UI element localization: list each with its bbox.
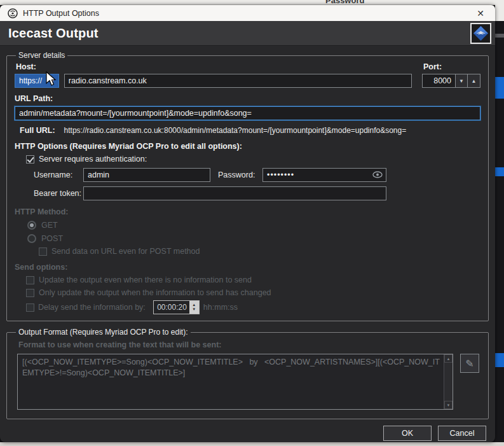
get-radio[interactable] <box>27 221 36 230</box>
host-label: Host: <box>16 62 412 71</box>
http-options-label: HTTP Options (Requires Myriad OCP Pro to… <box>15 142 480 151</box>
ok-button[interactable]: OK <box>383 426 432 441</box>
send-data-on-url-label: Send data on URL even for POST method <box>51 247 200 256</box>
post-radio-label: POST <box>41 234 63 243</box>
output-format-group: Output Format (Requires Myriad OCP Pro t… <box>6 328 489 419</box>
scroll-down-icon[interactable]: ▼ <box>444 401 453 409</box>
output-format-legend: Output Format (Requires Myriad OCP Pro t… <box>16 328 191 337</box>
password-input[interactable] <box>262 168 386 182</box>
update-changed-label: Only update the output when the informat… <box>39 288 271 297</box>
app-icon <box>8 8 18 18</box>
host-input-row: https:// ▼ <box>15 74 412 88</box>
password-field-wrap <box>262 168 386 182</box>
chevron-down-icon: ▼ <box>50 78 55 84</box>
post-url-checkbox-row: Send data on URL even for POST method <box>39 247 480 256</box>
dialog-header: Icecast Output <box>0 21 495 46</box>
delay-spinner: 00:00:20 ▲ ▼ <box>153 300 200 314</box>
scroll-up-icon[interactable]: ▲ <box>444 354 453 363</box>
update-always-checkbox[interactable] <box>26 276 34 284</box>
send-data-on-url-checkbox[interactable] <box>39 247 47 256</box>
port-increment-icon[interactable]: ▲ <box>468 74 480 88</box>
post-radio[interactable] <box>27 234 36 243</box>
get-radio-label: GET <box>41 221 58 230</box>
port-column: Port: ▼ ▲ <box>422 61 480 88</box>
delay-label: Delay send the information by: <box>38 303 146 312</box>
delay-row: Delay send the information by: 00:00:20 … <box>26 300 480 314</box>
close-icon[interactable]: ✕ <box>471 5 490 21</box>
get-radio-row: GET <box>27 221 480 230</box>
http-method-label: HTTP Method: <box>15 207 480 216</box>
format-textarea[interactable]: [(<OCP_NOW_ITEMTYPE>=Song)<OCP_NOW_ITEMT… <box>17 354 453 410</box>
port-decrement-icon[interactable]: ▼ <box>455 74 468 88</box>
server-details-legend: Server details <box>16 51 67 60</box>
eye-icon[interactable] <box>372 171 383 179</box>
http-output-options-dialog: HTTP Output Options ✕ Icecast Output Ser… <box>0 5 495 442</box>
delay-unit-label: hh:mm:ss <box>203 303 238 312</box>
bearer-row: Bearer token: <box>34 186 480 200</box>
pencil-icon: ✎ <box>465 358 473 370</box>
window-title: HTTP Output Options <box>23 9 99 18</box>
background-window-strip: Password <box>0 0 504 5</box>
delay-value[interactable]: 00:00:20 <box>154 303 189 312</box>
auth-checkbox-label: Server requires authentication: <box>39 155 147 164</box>
myriad-logo-icon <box>470 23 491 44</box>
protocol-value: https:// <box>19 76 42 85</box>
background-right-strip <box>495 21 504 442</box>
format-row: [(<OCP_NOW_ITEMTYPE>=Song)<OCP_NOW_ITEMT… <box>15 354 480 414</box>
credentials-row: Username: Password: <box>34 168 480 182</box>
format-text: [(<OCP_NOW_ITEMTYPE>=Song)<OCP_NOW_ITEMT… <box>22 357 442 407</box>
background-bottom-strip <box>0 442 504 446</box>
dialog-footer: OK Cancel <box>6 419 489 441</box>
cancel-button[interactable]: Cancel <box>438 426 486 441</box>
password-label: Password: <box>218 171 262 179</box>
bearer-token-label: Bearer token: <box>34 189 83 198</box>
update-always-label: Update the output even when there is no … <box>39 275 252 284</box>
auth-checkbox[interactable] <box>26 155 34 164</box>
port-input-row: ▼ ▲ <box>422 74 480 88</box>
title-bar: HTTP Output Options ✕ <box>0 5 495 21</box>
background-segment <box>495 353 504 367</box>
protocol-dropdown[interactable]: https:// ▼ <box>15 74 59 88</box>
username-label: Username: <box>34 171 83 179</box>
full-url-row: Full URL: https://radio.canstream.co.uk:… <box>20 126 480 135</box>
background-password-label: Password <box>325 0 364 5</box>
background-segment <box>495 34 504 38</box>
format-scrollbar[interactable]: ▲ ▼ <box>444 354 453 409</box>
full-url-value: https://radio.canstream.co.uk:8000/admin… <box>64 126 407 135</box>
bearer-token-input[interactable] <box>83 186 386 200</box>
background-segment <box>495 167 504 176</box>
delay-spin-buttons[interactable]: ▲ ▼ <box>189 301 199 314</box>
delay-down-icon: ▼ <box>192 307 196 312</box>
host-port-row: Host: https:// ▼ Port: ▼ ▲ <box>15 61 480 88</box>
page-title: Icecast Output <box>8 26 99 41</box>
send-options-label: Send options: <box>15 263 480 272</box>
update-changed-row: Only update the output when the informat… <box>26 288 480 297</box>
host-input[interactable] <box>64 74 412 88</box>
background-segment <box>495 77 504 99</box>
dialog-body: Server details Host: https:// ▼ Port: <box>0 46 495 442</box>
format-caption: Format to use when creating the text tha… <box>18 340 480 349</box>
url-path-input[interactable] <box>15 106 480 120</box>
background-top-right <box>495 0 504 21</box>
username-input[interactable] <box>83 168 210 182</box>
post-radio-row: POST <box>27 234 480 243</box>
delay-checkbox[interactable] <box>26 303 34 312</box>
update-always-row: Update the output even when there is no … <box>26 275 480 284</box>
port-input[interactable] <box>422 74 455 88</box>
url-path-label: URL Path: <box>15 94 480 103</box>
server-details-group: Server details Host: https:// ▼ Port: <box>6 51 489 321</box>
delay-up-icon: ▲ <box>192 303 196 307</box>
full-url-label: Full URL: <box>20 126 55 135</box>
host-column: Host: https:// ▼ <box>15 61 412 88</box>
port-label: Port: <box>423 62 480 71</box>
update-changed-checkbox[interactable] <box>26 289 34 297</box>
auth-checkbox-row: Server requires authentication: <box>26 155 480 164</box>
edit-format-button[interactable]: ✎ <box>460 354 479 373</box>
